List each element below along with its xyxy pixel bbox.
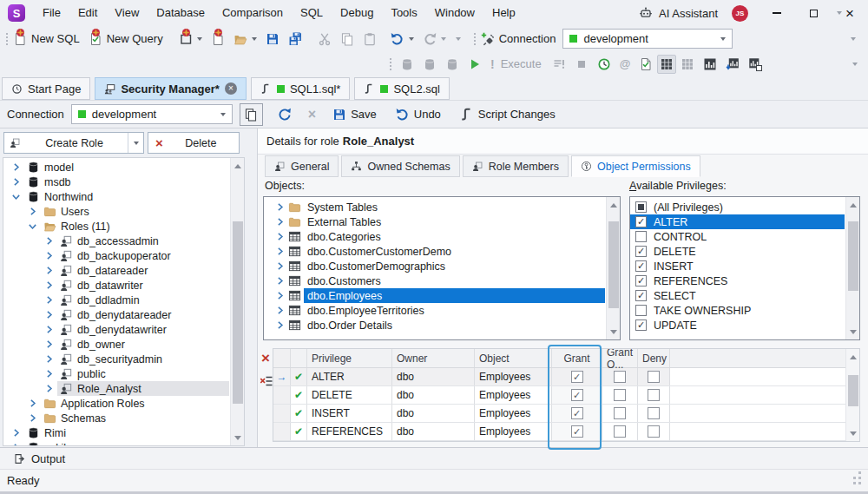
tab-security-manager[interactable]: Security Manager*×	[95, 77, 246, 100]
pivot-button[interactable]	[744, 55, 766, 74]
save-changes-button[interactable]: Save	[328, 105, 381, 124]
undo-changes-button[interactable]: Undo	[391, 105, 445, 124]
remove-permission-button[interactable]: ×	[261, 351, 270, 366]
new-file-button[interactable]	[207, 30, 229, 49]
deny-checkbox[interactable]	[648, 389, 660, 401]
object-item-dbo-order-details[interactable]: dbo.Order Details	[264, 318, 605, 333]
tree-item-role-analyst[interactable]: Role_Analyst	[3, 381, 229, 396]
object-item-dbo-categories[interactable]: dbo.Categories	[264, 229, 605, 244]
create-role-dropdown[interactable]	[128, 133, 143, 153]
deny-checkbox-cell[interactable]	[638, 368, 670, 385]
refresh-button[interactable]	[273, 105, 296, 124]
deny-checkbox[interactable]	[648, 407, 660, 419]
object-item-dbo-employees[interactable]: dbo.Employees	[264, 288, 605, 303]
chevron-down-icon[interactable]	[197, 37, 202, 43]
tree-item-model[interactable]: model	[3, 160, 229, 175]
scroll-down-icon[interactable]	[846, 326, 859, 339]
redo-button[interactable]	[418, 30, 450, 49]
toolbar-overflow-icon[interactable]	[852, 63, 858, 69]
database-refresh-button[interactable]	[418, 55, 441, 74]
scrollbar-thumb[interactable]	[233, 221, 243, 404]
scroll-up-icon[interactable]	[231, 159, 244, 172]
tree-item-db-securityadmin[interactable]: db_securityadmin	[3, 352, 229, 366]
tree-item-db-datareader[interactable]: db_datareader	[3, 263, 229, 278]
column-header-grant[interactable]: Grant	[552, 349, 602, 367]
checkbox-unchecked-icon[interactable]	[635, 305, 647, 316]
grant-option-checkbox[interactable]	[614, 425, 626, 438]
menu-help[interactable]: Help	[483, 0, 524, 26]
grant-option-checkbox-cell[interactable]	[602, 368, 638, 385]
revoke-all-button[interactable]	[260, 374, 273, 388]
tree-item-db-ddladmin[interactable]: db_ddladmin	[3, 293, 229, 307]
connection-button[interactable]	[477, 30, 499, 49]
scroll-down-icon[interactable]	[846, 427, 859, 440]
scrollbar-thumb[interactable]	[848, 375, 858, 406]
database-edit-button[interactable]	[396, 55, 418, 74]
execute-button[interactable]: ! Execute	[486, 55, 548, 74]
privilege-insert[interactable]: INSERT	[630, 259, 845, 273]
tab-general[interactable]: General	[265, 155, 339, 177]
maximize-button[interactable]	[795, 0, 832, 26]
privilege-update[interactable]: UPDATE	[630, 318, 845, 333]
objects-scrollbar[interactable]	[606, 197, 620, 339]
new-window-button[interactable]	[174, 30, 207, 49]
menu-window[interactable]: Window	[426, 0, 483, 26]
grant-option-checkbox[interactable]	[614, 371, 626, 383]
menu-view[interactable]: View	[106, 0, 148, 26]
chevron-down-icon[interactable]	[441, 37, 446, 43]
tree-item-application-roles[interactable]: Application Roles	[3, 396, 229, 411]
checkbox-checked-icon[interactable]	[635, 319, 647, 331]
connection-dropdown[interactable]: development	[71, 104, 233, 124]
grid-row-insert[interactable]: ✔INSERTdboEmployees	[273, 405, 859, 423]
scroll-down-icon[interactable]	[607, 326, 620, 339]
grant-checkbox[interactable]	[571, 371, 583, 383]
toolbar-grip[interactable]	[389, 57, 392, 71]
tab-sql2-sql[interactable]: SQL2.sql	[354, 77, 449, 100]
object-item-external-tables[interactable]: External Tables	[264, 214, 605, 229]
column-header-privilege[interactable]: Privilege	[307, 349, 392, 367]
create-role-button[interactable]: Create Role	[3, 132, 144, 154]
scroll-up-icon[interactable]	[846, 350, 859, 363]
grant-checkbox-cell[interactable]	[552, 423, 602, 440]
results-text-toggle[interactable]	[676, 55, 699, 74]
chevron-down-icon[interactable]	[720, 37, 726, 43]
tree-item-db-denydatawriter[interactable]: db_denydatawriter	[3, 322, 229, 337]
tree-item-users[interactable]: Users	[3, 204, 229, 219]
paste-button[interactable]	[358, 30, 381, 49]
connection-select[interactable]: development	[562, 29, 733, 49]
scroll-up-icon[interactable]	[846, 198, 859, 211]
chevron-down-icon[interactable]	[220, 113, 226, 119]
minimize-button[interactable]	[759, 0, 795, 26]
deny-checkbox[interactable]	[648, 371, 660, 383]
object-item-dbo-customerdemographics[interactable]: dbo.CustomerDemographics	[264, 259, 605, 273]
save-all-button[interactable]	[284, 30, 306, 49]
tabs-overflow-icon[interactable]	[837, 11, 842, 17]
stop-button[interactable]	[570, 55, 593, 74]
grant-checkbox-cell[interactable]	[552, 386, 602, 404]
copy-connection-button[interactable]	[240, 103, 263, 126]
query-plan-button[interactable]	[635, 55, 657, 74]
chart-export-button[interactable]	[721, 55, 744, 74]
new-sql-button[interactable]: New SQL	[9, 30, 84, 49]
grant-option-checkbox-cell[interactable]	[602, 386, 638, 404]
undo-button[interactable]	[386, 30, 418, 49]
column-header-owner[interactable]: Owner	[392, 349, 475, 367]
checkbox-checked-icon[interactable]	[635, 275, 647, 287]
tree-item-db-backupoperator[interactable]: db_backupoperator	[3, 248, 229, 263]
tree-item-msdb[interactable]: msdb	[3, 175, 229, 189]
cut-button[interactable]	[313, 30, 336, 49]
tab-owned-schemas[interactable]: Owned Schemas	[341, 155, 459, 177]
chevron-down-icon[interactable]	[409, 37, 414, 43]
tree-item-db-accessadmin[interactable]: db_accessadmin	[3, 234, 229, 248]
run-button[interactable]	[464, 55, 486, 74]
cancel-icon[interactable]: ×	[308, 107, 316, 122]
tree-item-sakila[interactable]: sakila	[3, 440, 229, 446]
scrollbar-thumb[interactable]	[848, 221, 858, 291]
privilege-references[interactable]: REFERENCES	[630, 273, 845, 288]
tree-item-schemas[interactable]: Schemas	[3, 411, 229, 425]
tree-scrollbar[interactable]	[230, 158, 244, 445]
grid-row-references[interactable]: ✔REFERENCESdboEmployees	[273, 423, 859, 441]
grant-checkbox-cell[interactable]	[552, 368, 602, 385]
scroll-down-icon[interactable]	[231, 431, 244, 445]
deny-checkbox-cell[interactable]	[638, 386, 670, 404]
